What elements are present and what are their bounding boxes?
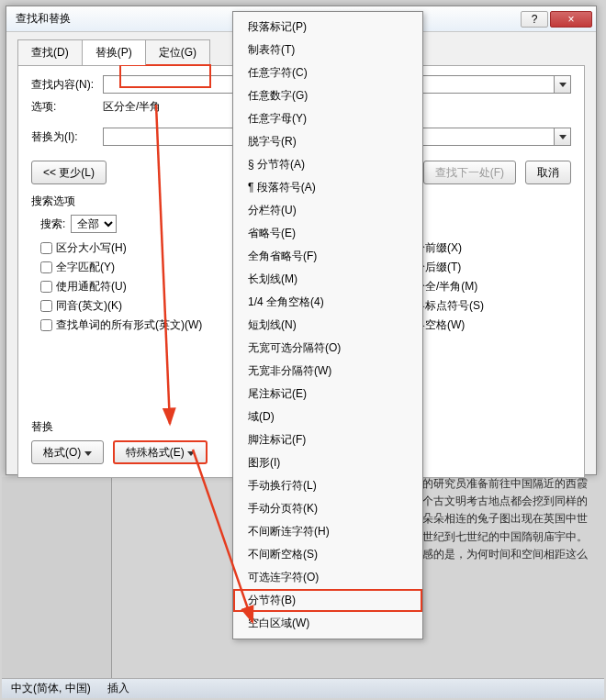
menu-item[interactable]: 制表符(T) [233,39,422,61]
menu-item[interactable]: 任意数字(G) [233,84,422,107]
menu-item[interactable]: 任意字母(Y) [233,107,422,130]
less-button[interactable]: << 更少(L) [31,161,107,184]
search-scope-select[interactable]: 全部 [71,215,117,233]
special-button[interactable]: 特殊格式(E) [113,440,208,464]
menu-item[interactable]: 无宽可选分隔符(O) [233,337,422,360]
tab-find[interactable]: 查找(D) [17,39,83,65]
status-insert-mode: 插入 [107,681,129,696]
menu-item[interactable]: 空白区域(W) [233,612,422,635]
replace-section-label: 替换 [31,419,208,435]
format-button[interactable]: 格式(O) [31,440,104,464]
replace-with-label: 替换为(I): [31,129,103,145]
menu-item[interactable]: 无宽非分隔符(W) [233,360,422,383]
menu-item[interactable]: 长划线(M) [233,268,422,291]
menu-item[interactable]: 手动分页符(K) [233,497,422,520]
replace-history-dropdown[interactable] [555,128,571,146]
help-button[interactable]: ? [521,11,548,28]
close-icon: × [567,13,574,26]
menu-item[interactable]: 不间断空格(S) [233,543,422,566]
chevron-down-icon [84,451,92,456]
chevron-down-icon [559,135,567,139]
close-button[interactable]: × [550,11,592,28]
chevron-down-icon [559,83,567,87]
menu-item[interactable]: 省略号(E) [233,222,422,245]
menu-item[interactable]: 手动换行符(L) [233,474,422,497]
menu-item[interactable]: 可选连字符(O) [233,566,422,589]
menu-item[interactable]: 脚注标记(F) [233,428,422,451]
menu-item[interactable]: 脱字号(R) [233,130,422,153]
menu-item[interactable]: 任意字符(C) [233,61,422,84]
menu-item[interactable]: 1/4 全角空格(4) [233,291,422,314]
menu-item[interactable]: 段落标记(P) [233,16,422,39]
options-label: 选项: [31,99,103,115]
status-language: 中文(简体, 中国) [11,681,91,696]
options-value: 区分全/半角 [103,99,161,115]
search-scope-label: 搜索: [40,217,65,232]
background-document-text: 的研究员准备前往中国隔近的西霞 个古文明考古地点都会挖到同样的 朵朵相连的兔子图… [422,475,606,563]
find-what-label: 查找内容(N): [31,77,103,93]
chevron-down-icon [187,451,195,456]
help-icon: ? [532,13,538,26]
find-history-dropdown[interactable] [555,75,571,94]
menu-item[interactable]: 短划线(N) [233,314,422,337]
tab-replace[interactable]: 替换(P) [82,39,146,65]
menu-item[interactable]: 图形(I) [233,451,422,474]
menu-item[interactable]: 分节符(B) [233,589,422,612]
menu-item[interactable]: 分栏符(U) [233,199,422,222]
menu-item[interactable]: 全角省略号(F) [233,245,422,268]
menu-item[interactable]: 尾注标记(E) [233,383,422,406]
status-bar: 中文(简体, 中国) 插入 [2,678,604,698]
tab-goto[interactable]: 定位(G) [145,39,210,65]
menu-item[interactable]: 域(D) [233,406,422,428]
cancel-button[interactable]: 取消 [525,161,571,184]
menu-item[interactable]: 不间断连字符(H) [233,520,422,543]
find-next-button[interactable]: 查找下一处(F) [423,161,516,184]
special-format-menu: 段落标记(P)制表符(T)任意字符(C)任意数字(G)任意字母(Y)脱字号(R)… [232,11,423,639]
menu-item[interactable]: ¶ 段落符号(A) [233,176,422,199]
menu-item[interactable]: § 分节符(A) [233,153,422,176]
